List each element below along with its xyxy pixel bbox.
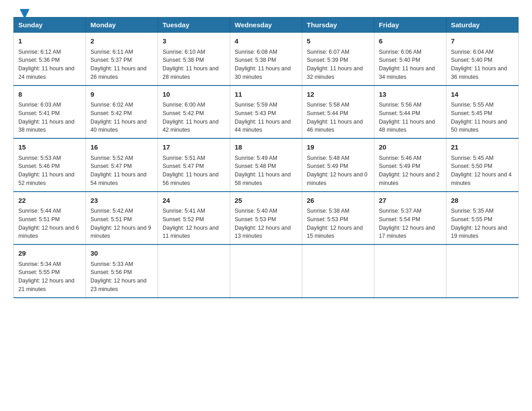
day-sunset: Sunset: 5:44 PM: [307, 110, 348, 116]
day-header-wednesday: Wednesday: [230, 17, 302, 33]
calendar-table: SundayMondayTuesdayWednesdayThursdayFrid…: [13, 17, 519, 298]
day-sunset: Sunset: 5:55 PM: [18, 269, 60, 275]
day-sunset: Sunset: 5:40 PM: [451, 57, 492, 63]
calendar-week-row: 22 Sunrise: 5:44 AM Sunset: 5:51 PM Dayl…: [14, 192, 519, 245]
calendar-cell: 17 Sunrise: 5:51 AM Sunset: 5:47 PM Dayl…: [158, 138, 230, 192]
day-sunset: Sunset: 5:42 PM: [90, 110, 132, 116]
day-sunset: Sunset: 5:44 PM: [379, 110, 420, 116]
day-number: 8: [18, 90, 81, 100]
day-sunset: Sunset: 5:51 PM: [18, 216, 60, 223]
calendar-cell: 22 Sunrise: 5:44 AM Sunset: 5:51 PM Dayl…: [14, 192, 86, 245]
day-sunrise: Sunrise: 5:42 AM: [90, 208, 133, 214]
day-sunrise: Sunrise: 6:02 AM: [90, 102, 133, 108]
day-daylight: Daylight: 11 hours and 36 minutes: [451, 65, 507, 80]
calendar-week-row: 29 Sunrise: 5:34 AM Sunset: 5:55 PM Dayl…: [14, 244, 519, 298]
calendar-cell: 15 Sunrise: 5:53 AM Sunset: 5:46 PM Dayl…: [14, 138, 86, 192]
day-sunrise: Sunrise: 5:55 AM: [451, 102, 493, 108]
calendar-cell: 2 Sunrise: 6:11 AM Sunset: 5:37 PM Dayli…: [86, 33, 158, 86]
day-number: 20: [379, 142, 442, 153]
calendar-cell: 21 Sunrise: 5:45 AM Sunset: 5:50 PM Dayl…: [446, 138, 519, 192]
day-daylight: Daylight: 11 hours and 26 minutes: [90, 65, 146, 80]
calendar-cell: 25 Sunrise: 5:40 AM Sunset: 5:53 PM Dayl…: [230, 192, 302, 245]
calendar-cell: 30 Sunrise: 5:33 AM Sunset: 5:56 PM Dayl…: [86, 244, 158, 298]
day-daylight: Daylight: 11 hours and 40 minutes: [90, 119, 146, 133]
calendar-cell: 10 Sunrise: 6:00 AM Sunset: 5:42 PM Dayl…: [158, 86, 230, 139]
day-sunset: Sunset: 5:39 PM: [307, 57, 348, 63]
day-number: 27: [379, 196, 442, 206]
day-number: 18: [235, 142, 297, 153]
day-number: 5: [307, 36, 369, 47]
day-sunset: Sunset: 5:36 PM: [18, 57, 60, 63]
calendar-body: 1 Sunrise: 6:12 AM Sunset: 5:36 PM Dayli…: [14, 33, 519, 298]
calendar-cell: 19 Sunrise: 5:48 AM Sunset: 5:49 PM Dayl…: [302, 138, 374, 192]
day-sunset: Sunset: 5:46 PM: [18, 163, 60, 169]
day-header-friday: Friday: [374, 17, 446, 33]
day-sunrise: Sunrise: 6:00 AM: [163, 102, 205, 108]
day-sunrise: Sunrise: 6:06 AM: [379, 49, 421, 55]
calendar-cell: 5 Sunrise: 6:07 AM Sunset: 5:39 PM Dayli…: [302, 33, 374, 86]
day-header-thursday: Thursday: [302, 17, 374, 33]
day-sunset: Sunset: 5:51 PM: [90, 216, 132, 223]
calendar-cell: 8 Sunrise: 6:03 AM Sunset: 5:41 PM Dayli…: [14, 86, 86, 139]
day-sunset: Sunset: 5:48 PM: [235, 163, 276, 169]
day-sunset: Sunset: 5:56 PM: [90, 269, 132, 275]
day-sunrise: Sunrise: 5:53 AM: [18, 155, 61, 161]
day-number: 10: [163, 90, 225, 100]
day-daylight: Daylight: 12 hours and 2 minutes: [379, 171, 440, 186]
day-daylight: Daylight: 11 hours and 44 minutes: [235, 119, 291, 133]
day-number: 28: [451, 196, 514, 206]
day-daylight: Daylight: 11 hours and 24 minutes: [18, 65, 74, 80]
calendar-cell: 12 Sunrise: 5:58 AM Sunset: 5:44 PM Dayl…: [302, 86, 374, 139]
day-number: 3: [163, 36, 225, 47]
day-number: 9: [90, 90, 153, 100]
day-sunrise: Sunrise: 5:49 AM: [235, 155, 277, 161]
day-sunrise: Sunrise: 5:38 AM: [307, 208, 349, 214]
day-sunrise: Sunrise: 5:45 AM: [451, 155, 493, 161]
day-sunrise: Sunrise: 6:12 AM: [18, 49, 61, 55]
calendar-cell: [302, 244, 374, 298]
calendar-cell: 27 Sunrise: 5:37 AM Sunset: 5:54 PM Dayl…: [374, 192, 446, 245]
day-number: 11: [235, 90, 297, 100]
day-daylight: Daylight: 11 hours and 28 minutes: [163, 65, 219, 80]
day-sunrise: Sunrise: 5:40 AM: [235, 208, 277, 214]
day-daylight: Daylight: 11 hours and 42 minutes: [163, 119, 219, 133]
calendar-cell: [158, 244, 230, 298]
day-daylight: Daylight: 11 hours and 56 minutes: [163, 171, 219, 186]
calendar-cell: 1 Sunrise: 6:12 AM Sunset: 5:36 PM Dayli…: [14, 33, 86, 86]
calendar-week-row: 1 Sunrise: 6:12 AM Sunset: 5:36 PM Dayli…: [14, 33, 519, 86]
calendar-cell: 16 Sunrise: 5:52 AM Sunset: 5:47 PM Dayl…: [86, 138, 158, 192]
day-daylight: Daylight: 12 hours and 15 minutes: [307, 225, 363, 240]
day-number: 13: [379, 90, 442, 100]
day-sunrise: Sunrise: 5:52 AM: [90, 155, 133, 161]
day-sunrise: Sunrise: 6:11 AM: [90, 49, 133, 55]
day-number: 15: [18, 142, 81, 153]
day-number: 12: [307, 90, 369, 100]
day-number: 22: [18, 196, 81, 206]
day-number: 17: [163, 142, 225, 153]
calendar-week-row: 15 Sunrise: 5:53 AM Sunset: 5:46 PM Dayl…: [14, 138, 519, 192]
day-daylight: Daylight: 12 hours and 4 minutes: [451, 171, 512, 186]
calendar-cell: 11 Sunrise: 5:59 AM Sunset: 5:43 PM Dayl…: [230, 86, 302, 139]
day-number: 25: [235, 196, 297, 206]
day-sunrise: Sunrise: 5:41 AM: [163, 208, 205, 214]
day-sunset: Sunset: 5:53 PM: [235, 216, 276, 223]
day-header-sunday: Sunday: [14, 17, 86, 33]
day-daylight: Daylight: 11 hours and 48 minutes: [379, 119, 435, 133]
day-sunrise: Sunrise: 5:33 AM: [90, 261, 133, 267]
calendar-cell: 3 Sunrise: 6:10 AM Sunset: 5:38 PM Dayli…: [158, 33, 230, 86]
day-sunrise: Sunrise: 5:46 AM: [379, 155, 421, 161]
calendar-cell: [374, 244, 446, 298]
day-sunset: Sunset: 5:47 PM: [90, 163, 132, 169]
day-daylight: Daylight: 11 hours and 52 minutes: [18, 171, 74, 186]
day-sunset: Sunset: 5:37 PM: [90, 57, 132, 63]
calendar-cell: 14 Sunrise: 5:55 AM Sunset: 5:45 PM Dayl…: [446, 86, 519, 139]
day-daylight: Daylight: 12 hours and 19 minutes: [451, 225, 507, 240]
calendar-cell: 26 Sunrise: 5:38 AM Sunset: 5:53 PM Dayl…: [302, 192, 374, 245]
day-header-saturday: Saturday: [446, 17, 519, 33]
day-sunrise: Sunrise: 5:35 AM: [451, 208, 493, 214]
calendar-cell: 20 Sunrise: 5:46 AM Sunset: 5:49 PM Dayl…: [374, 138, 446, 192]
day-daylight: Daylight: 11 hours and 34 minutes: [379, 65, 435, 80]
calendar-week-row: 8 Sunrise: 6:03 AM Sunset: 5:41 PM Dayli…: [14, 86, 519, 139]
day-sunset: Sunset: 5:49 PM: [379, 163, 420, 169]
day-number: 1: [18, 36, 81, 47]
